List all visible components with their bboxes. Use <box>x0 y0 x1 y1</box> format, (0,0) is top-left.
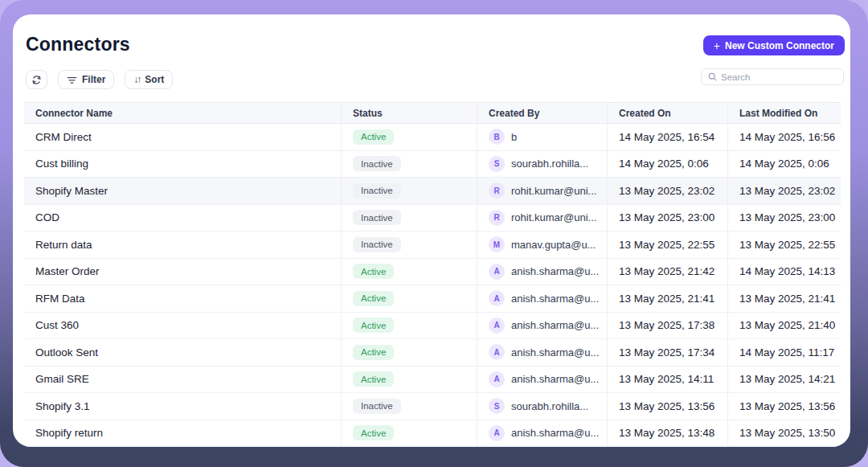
avatar: A <box>489 425 505 441</box>
connector-name: Cust 360 <box>24 313 341 339</box>
new-custom-connector-button[interactable]: + New Custom Connector <box>703 35 845 55</box>
created-on-cell: 13 May 2025, 21:41 <box>607 285 727 312</box>
avatar: A <box>489 317 505 334</box>
created-by-name: anish.sharma@u... <box>511 427 599 439</box>
status-cell: Active <box>341 124 477 150</box>
table-row[interactable]: CRM DirectActiveBb14 May 2025, 16:5414 M… <box>24 124 841 151</box>
created-by-cell: Ssourabh.rohilla... <box>477 151 607 178</box>
avatar: A <box>489 371 505 387</box>
status-badge: Active <box>353 425 394 440</box>
column-header-created-by: Created By <box>477 103 607 123</box>
status-cell: Active <box>341 259 477 285</box>
column-header-created-on: Created On <box>607 103 727 123</box>
created-by-cell: Ssourabh.rohilla... <box>477 393 607 420</box>
avatar: R <box>489 210 505 226</box>
connector-name: Shopify return <box>24 420 341 447</box>
created-by-name: anish.sharma@u... <box>511 373 599 385</box>
connector-name: Gmail SRE <box>24 367 341 393</box>
status-badge: Inactive <box>353 156 401 171</box>
search-input[interactable] <box>721 72 837 82</box>
avatar: B <box>489 129 505 145</box>
created-by-cell: Aanish.sharma@u... <box>477 285 607 312</box>
created-by-name: sourabh.rohilla... <box>511 400 588 412</box>
table-row[interactable]: Cust 360ActiveAanish.sharma@u...13 May 2… <box>24 313 841 340</box>
avatar: A <box>489 344 505 360</box>
avatar: R <box>489 182 505 199</box>
created-on-cell: 13 May 2025, 21:42 <box>607 259 727 285</box>
table-body: CRM DirectActiveBb14 May 2025, 16:5414 M… <box>24 124 841 447</box>
created-on-cell: 13 May 2025, 17:38 <box>607 313 727 339</box>
table-row[interactable]: Outlook SentActiveAanish.sharma@u...13 M… <box>24 339 841 367</box>
status-badge: Inactive <box>353 399 401 414</box>
table-row[interactable]: Cust billingInactiveSsourabh.rohilla...1… <box>24 151 841 178</box>
table-header-row: Connector NameStatusCreated ByCreated On… <box>24 102 841 124</box>
created-by-cell: Mmanav.gupta@u... <box>477 231 607 258</box>
connector-name: Outlook Sent <box>24 339 341 366</box>
last-modified-on-cell: 13 May 2025, 14:21 <box>727 367 841 393</box>
created-on-cell: 14 May 2025, 16:54 <box>607 124 727 150</box>
status-cell: Inactive <box>341 393 477 420</box>
sort-button[interactable]: ↓↑ Sort <box>125 70 173 89</box>
status-badge: Active <box>353 345 394 360</box>
table-row[interactable]: Shopify MasterInactiveRrohit.kumar@uni..… <box>24 178 841 205</box>
new-custom-connector-label: New Custom Connector <box>725 40 834 51</box>
created-by-name: rohit.kumar@uni... <box>511 185 596 197</box>
last-modified-on-cell: 13 May 2025, 13:56 <box>727 393 841 420</box>
status-cell: Active <box>341 313 477 339</box>
last-modified-on-cell: 14 May 2025, 0:06 <box>727 151 841 178</box>
table-row[interactable]: RFM DataActiveAanish.sharma@u...13 May 2… <box>24 285 841 313</box>
plus-icon: + <box>714 40 720 51</box>
last-modified-on-cell: 13 May 2025, 21:41 <box>727 285 841 312</box>
column-header-connector-name: Connector Name <box>24 103 341 123</box>
status-cell: Active <box>341 339 477 366</box>
connector-name: Return data <box>24 231 341 258</box>
connector-name: COD <box>24 205 341 231</box>
refresh-button[interactable] <box>26 70 47 89</box>
column-header-last-modified-on: Last Modified On <box>727 103 841 123</box>
table-row[interactable]: Shopify returnActiveAanish.sharma@u...13… <box>24 420 841 448</box>
connector-name: CRM Direct <box>24 124 341 150</box>
status-cell: Inactive <box>341 231 477 258</box>
created-by-cell: Rrohit.kumar@uni... <box>477 178 607 204</box>
created-by-name: sourabh.rohilla... <box>511 158 588 170</box>
created-by-cell: Aanish.sharma@u... <box>477 339 607 366</box>
last-modified-on-cell: 13 May 2025, 23:02 <box>727 178 841 204</box>
status-cell: Active <box>341 367 477 393</box>
connector-name: Cust billing <box>24 151 341 178</box>
avatar: A <box>489 264 505 280</box>
status-badge: Active <box>353 129 394 145</box>
status-badge: Active <box>353 264 394 279</box>
created-on-cell: 13 May 2025, 14:11 <box>607 367 727 393</box>
created-by-name: anish.sharma@u... <box>511 319 599 331</box>
created-by-name: anish.sharma@u... <box>511 293 599 305</box>
search-icon <box>708 72 717 81</box>
table-row[interactable]: CODInactiveRrohit.kumar@uni...13 May 202… <box>24 205 841 232</box>
sort-icon: ↓↑ <box>133 74 140 85</box>
table-row[interactable]: Gmail SREActiveAanish.sharma@u...13 May … <box>24 367 841 394</box>
status-cell: Inactive <box>341 178 477 204</box>
created-by-cell: Aanish.sharma@u... <box>477 367 607 393</box>
status-badge: Inactive <box>353 183 401 199</box>
status-badge: Inactive <box>353 237 401 252</box>
created-by-cell: Aanish.sharma@u... <box>477 420 607 447</box>
toolbar: Filter ↓↑ Sort <box>26 70 173 89</box>
last-modified-on-cell: 14 May 2025, 11:17 <box>727 339 841 366</box>
filter-button[interactable]: Filter <box>58 70 114 89</box>
status-cell: Active <box>341 420 477 447</box>
status-cell: Inactive <box>341 151 477 178</box>
created-by-name: rohit.kumar@uni... <box>511 211 596 223</box>
search-box[interactable] <box>701 68 844 85</box>
last-modified-on-cell: 14 May 2025, 14:13 <box>727 259 841 285</box>
filter-icon <box>67 75 77 85</box>
created-on-cell: 13 May 2025, 13:48 <box>607 420 727 447</box>
table-row[interactable]: Master OrderActiveAanish.sharma@u...13 M… <box>24 259 841 286</box>
status-cell: Inactive <box>341 205 477 231</box>
created-on-cell: 13 May 2025, 13:56 <box>607 393 727 420</box>
created-by-cell: Rrohit.kumar@uni... <box>477 205 607 231</box>
connector-name: Shopify 3.1 <box>24 393 341 420</box>
table-row[interactable]: Return dataInactiveMmanav.gupta@u...13 M… <box>24 231 841 259</box>
created-on-cell: 13 May 2025, 17:34 <box>607 339 727 366</box>
table-row[interactable]: Shopify 3.1InactiveSsourabh.rohilla...13… <box>24 393 841 420</box>
avatar: S <box>489 156 505 172</box>
connector-name: RFM Data <box>24 285 341 312</box>
